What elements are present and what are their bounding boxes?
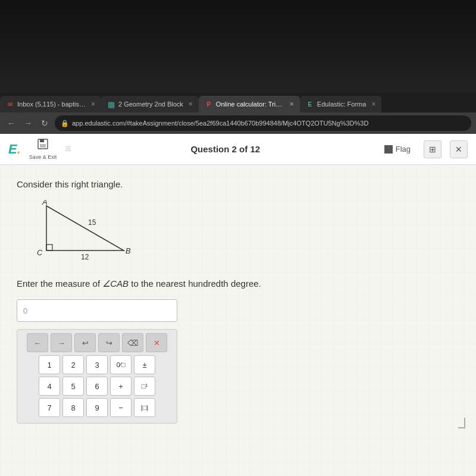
tab-calculator-close[interactable]: ×	[290, 100, 294, 108]
calc-btn-minus[interactable]: −	[110, 398, 131, 417]
calc-btn-7[interactable]: 7	[39, 398, 60, 417]
tab-edulastic-close[interactable]: ×	[371, 100, 375, 108]
tab-edulastic[interactable]: E Edulastic: Forma ×	[300, 96, 382, 112]
calc-undo-button[interactable]: ↩	[74, 333, 96, 352]
back-button[interactable]: ←	[5, 117, 18, 130]
tab-inbox-close[interactable]: ×	[91, 100, 95, 108]
problem-statement: Enter the measure of ∠CAB to the nearest…	[17, 277, 459, 290]
browser-chrome: ✉ Inbox (5,115) - baptiste20226( × ▩ 2 G…	[0, 92, 476, 134]
tab-inbox-label: Inbox (5,115) - baptiste20226(	[17, 101, 86, 108]
calculator-keyboard: ← → ↩ ↪ ⌫ ✕ 1 2 3 0⁄□ ± 4 5 6 + □¹ 7 8 9	[17, 329, 177, 424]
tab-calculator-label: Online calculator: Trigonometr	[216, 101, 284, 108]
close-icon: ✕	[455, 145, 462, 154]
calc-right-button[interactable]: →	[51, 333, 72, 352]
calc-btn-abs[interactable]: |□|	[134, 398, 155, 417]
lock-icon: 🔒	[61, 120, 69, 127]
tab-bar: ✉ Inbox (5,115) - baptiste20226( × ▩ 2 G…	[0, 92, 476, 112]
calc-btn-9[interactable]: 9	[86, 398, 108, 417]
answer-placeholder: 0	[23, 306, 27, 315]
calc-row-1: 1 2 3 0⁄□ ±	[21, 355, 173, 374]
logo-dot: .	[17, 142, 21, 156]
calc-btn-4[interactable]: 4	[39, 377, 60, 396]
save-exit-label: Save & Exit	[29, 154, 57, 160]
edulastic-tab-icon: E	[306, 100, 314, 108]
triangle-diagram: A B C 15 12	[17, 200, 459, 265]
svg-text:15: 15	[88, 218, 96, 227]
forward-button[interactable]: →	[21, 117, 35, 130]
question-text: Consider this right triangle.	[17, 179, 459, 189]
calc-btn-5[interactable]: 5	[62, 377, 84, 396]
svg-text:A: A	[42, 200, 48, 206]
calc-btn-superscript[interactable]: □¹	[134, 377, 155, 396]
flag-label: Flag	[396, 145, 411, 154]
close-button[interactable]: ✕	[450, 140, 468, 158]
svg-rect-1	[40, 139, 44, 142]
calc-redo-button[interactable]: ↪	[98, 333, 120, 352]
save-exit-icon	[37, 138, 49, 153]
edulastic-toolbar: E. Save & Exit ≡ Question 2 of 12 Flag ⊞…	[0, 134, 476, 165]
edulastic-logo: E.	[8, 142, 21, 157]
svg-text:C: C	[37, 248, 43, 257]
svg-rect-4	[46, 245, 52, 250]
tab-geometry-label: 2 Geometry 2nd Block	[118, 101, 183, 108]
flag-button[interactable]: Flag	[380, 142, 415, 156]
tab-geometry-close[interactable]: ×	[189, 100, 193, 108]
main-content: Consider this right triangle. A B C 15 1…	[0, 165, 476, 476]
tab-calculator[interactable]: P Online calculator: Trigonometr ×	[199, 96, 300, 112]
flag-icon	[384, 145, 393, 154]
calc-btn-2[interactable]: 2	[62, 355, 84, 374]
svg-text:12: 12	[81, 253, 89, 261]
toolbar-divider: ≡	[65, 143, 71, 155]
tab-edulastic-label: Edulastic: Forma	[317, 101, 367, 108]
tab-inbox[interactable]: ✉ Inbox (5,115) - baptiste20226( ×	[0, 96, 101, 112]
calc-delete-button[interactable]: ⌫	[122, 333, 143, 352]
question-indicator: Question 2 of 12	[80, 144, 371, 154]
answer-input[interactable]: 0	[17, 299, 177, 322]
inbox-tab-icon: ✉	[6, 100, 14, 108]
calc-btn-plusminus[interactable]: ±	[134, 355, 155, 374]
calc-btn-plus[interactable]: +	[110, 377, 131, 396]
save-exit-button[interactable]: Save & Exit	[29, 138, 57, 160]
calc-left-button[interactable]: ←	[27, 333, 48, 352]
svg-rect-2	[40, 144, 46, 148]
grid-icon: ⊞	[429, 145, 436, 154]
calc-btn-6[interactable]: 6	[86, 377, 108, 396]
reload-button[interactable]: ↻	[38, 117, 51, 130]
dark-top-area	[0, 0, 476, 92]
calc-row-2: 4 5 6 + □¹	[21, 377, 173, 396]
calc-nav-row: ← → ↩ ↪ ⌫ ✕	[21, 333, 173, 352]
calc-btn-8[interactable]: 8	[62, 398, 84, 417]
address-text: app.edulastic.com/#takeAssignment/close/…	[72, 120, 368, 127]
address-bar-row: ← → ↻ 🔒 app.edulastic.com/#takeAssignmen…	[0, 112, 476, 134]
calc-btn-1[interactable]: 1	[39, 355, 60, 374]
address-box[interactable]: 🔒 app.edulastic.com/#takeAssignment/clos…	[55, 115, 471, 131]
calc-row-3: 7 8 9 − |□|	[21, 398, 173, 417]
svg-marker-3	[46, 206, 124, 250]
calc-btn-3[interactable]: 3	[86, 355, 108, 374]
grid-button[interactable]: ⊞	[424, 140, 441, 158]
tab-geometry[interactable]: ▩ 2 Geometry 2nd Block ×	[101, 96, 199, 112]
geometry-tab-icon: ▩	[107, 100, 115, 108]
calc-clear-button[interactable]: ✕	[146, 333, 167, 352]
triangle-svg: A B C 15 12	[29, 200, 148, 265]
calculator-tab-icon: P	[205, 100, 213, 108]
calc-btn-fraction[interactable]: 0⁄□	[110, 355, 131, 374]
svg-text:B: B	[126, 246, 131, 255]
angle-label: ∠CAB	[102, 278, 129, 289]
